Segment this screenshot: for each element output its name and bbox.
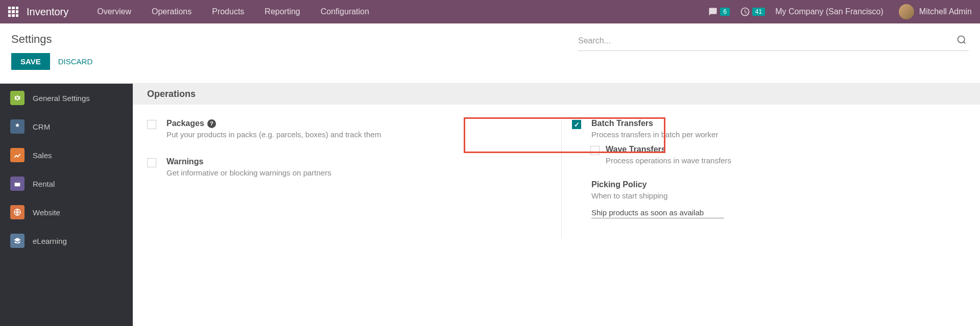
setting-desc: Process transfers in batch per worker — [591, 130, 966, 139]
page-title: Settings — [11, 33, 92, 46]
handshake-icon — [10, 119, 25, 134]
search-button[interactable] — [954, 33, 969, 48]
setting-desc: Put your products in packs (e.g. parcels… — [166, 130, 541, 139]
topbar-left: Inventory Overview Operations Products R… — [8, 0, 379, 23]
svg-line-1 — [964, 42, 966, 44]
nav-products[interactable]: Products — [202, 0, 254, 23]
sidebar-item-label: Rental — [33, 180, 55, 188]
controls-left: Settings SAVE DISCARD — [11, 33, 92, 70]
settings-col-left: Packages ? Put your products in packs (e… — [147, 119, 561, 238]
activities-badge: 41 — [752, 8, 765, 16]
setting-title-text: Packages — [166, 119, 204, 128]
checkbox-packages[interactable] — [147, 120, 156, 129]
user-name: Mitchell Admin — [919, 7, 972, 16]
clock-icon — [740, 7, 750, 17]
setting-title: Batch Transfers — [591, 119, 966, 128]
calendar-icon — [10, 177, 25, 191]
sidebar-item-label: eLearning — [33, 237, 67, 245]
chart-icon — [10, 148, 25, 162]
sidebar-item-website[interactable]: Website — [0, 198, 133, 227]
main: General Settings CRM Sales Rental Websit… — [0, 83, 980, 326]
settings-col-right: Batch Transfers Process transfers in bat… — [561, 119, 966, 238]
settings-sidebar: General Settings CRM Sales Rental Websit… — [0, 84, 133, 326]
setting-title: Packages ? — [166, 119, 541, 128]
setting-body: Warnings Get informative or blocking war… — [166, 157, 541, 177]
sidebar-item-sales[interactable]: Sales — [0, 141, 133, 169]
sidebar-item-rental[interactable]: Rental — [0, 169, 133, 198]
sidebar-item-label: Website — [33, 208, 60, 217]
nav-configuration[interactable]: Configuration — [310, 0, 379, 23]
setting-title: Picking Policy — [591, 180, 966, 189]
setting-wave-transfers: Wave Transfers Process operations in wav… — [590, 145, 966, 165]
gear-icon — [10, 91, 25, 105]
globe-icon — [10, 205, 25, 219]
topbar: Inventory Overview Operations Products R… — [0, 0, 980, 23]
setting-body: Wave Transfers Process operations in wav… — [606, 145, 966, 165]
section-header-operations: Operations — [133, 84, 980, 105]
sidebar-item-label: CRM — [33, 122, 50, 131]
chat-icon — [708, 7, 718, 16]
controls-bar: Settings SAVE DISCARD — [0, 23, 980, 70]
button-row: SAVE DISCARD — [11, 53, 92, 70]
nav-reporting[interactable]: Reporting — [254, 0, 310, 23]
setting-warnings: Warnings Get informative or blocking war… — [147, 157, 541, 177]
sidebar-item-general-settings[interactable]: General Settings — [0, 84, 133, 112]
picking-policy-select[interactable]: Ship products as soon as availab — [591, 207, 724, 218]
help-icon[interactable]: ? — [207, 119, 216, 128]
setting-picking-policy: Picking Policy When to start shipping Sh… — [572, 180, 966, 220]
topbar-right: 6 41 My Company (San Francisco) Mitchell… — [708, 4, 972, 19]
search-icon — [957, 35, 967, 45]
checkbox-warnings[interactable] — [147, 158, 156, 167]
setting-body: Picking Policy When to start shipping Sh… — [591, 180, 966, 220]
nav-overview[interactable]: Overview — [87, 0, 141, 23]
apps-icon[interactable] — [8, 7, 18, 17]
setting-desc: Get informative or blocking warnings on … — [166, 168, 541, 177]
messages-button[interactable]: 6 — [708, 7, 730, 16]
sidebar-item-elearning[interactable]: eLearning — [0, 227, 133, 255]
settings-content: Operations Packages ? Put your products … — [133, 84, 980, 326]
checkbox-wave-transfers[interactable] — [590, 146, 600, 155]
setting-title: Wave Transfers — [606, 145, 966, 154]
setting-desc: When to start shipping — [591, 191, 966, 200]
sidebar-item-label: Sales — [33, 151, 52, 160]
messages-badge: 6 — [720, 8, 730, 16]
graduation-icon — [10, 234, 25, 248]
setting-packages: Packages ? Put your products in packs (e… — [147, 119, 541, 139]
svg-point-0 — [958, 36, 965, 43]
setting-title: Warnings — [166, 157, 541, 166]
setting-desc: Process operations in wave transfers — [606, 156, 966, 165]
brand-title[interactable]: Inventory — [27, 6, 68, 18]
activities-button[interactable]: 41 — [740, 7, 765, 17]
user-menu[interactable]: Mitchell Admin — [894, 4, 972, 19]
nav-operations[interactable]: Operations — [141, 0, 202, 23]
avatar — [899, 4, 914, 19]
search-input[interactable] — [578, 36, 954, 45]
sidebar-item-label: General Settings — [33, 94, 90, 103]
svg-rect-3 — [15, 181, 20, 183]
setting-batch-transfers: Batch Transfers Process transfers in bat… — [572, 119, 966, 139]
discard-button[interactable]: DISCARD — [58, 57, 93, 66]
sidebar-item-crm[interactable]: CRM — [0, 112, 133, 141]
save-button[interactable]: SAVE — [11, 53, 50, 70]
checkbox-batch-transfers[interactable] — [572, 120, 581, 129]
setting-body: Batch Transfers Process transfers in bat… — [591, 119, 966, 139]
company-switcher[interactable]: My Company (San Francisco) — [775, 7, 883, 16]
setting-body: Packages ? Put your products in packs (e… — [166, 119, 541, 139]
settings-grid: Packages ? Put your products in packs (e… — [133, 105, 980, 238]
search-area — [578, 33, 969, 51]
